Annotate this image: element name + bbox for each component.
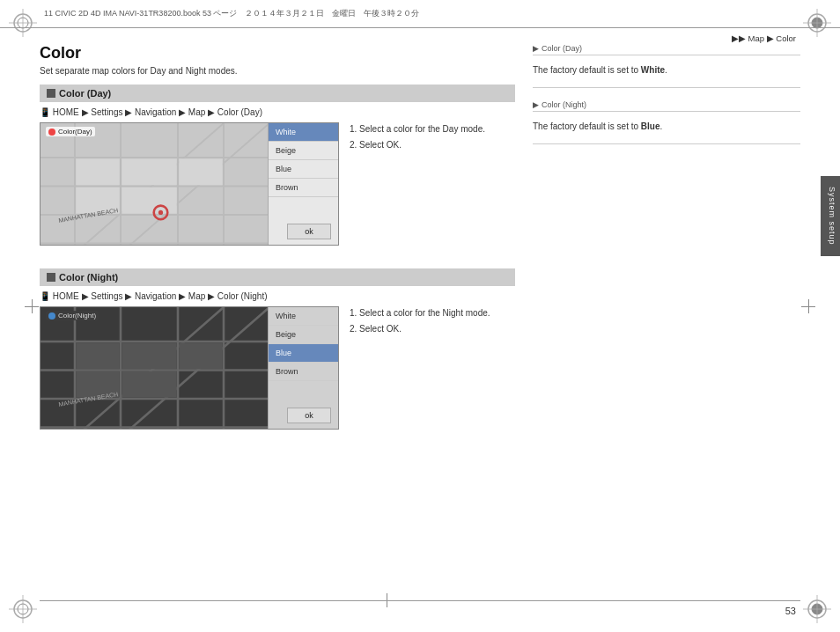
- svg-rect-49: [122, 371, 176, 398]
- right-day-label-text: Color (Day): [542, 44, 582, 53]
- day-section: Color (Day) 📱 HOME ▶ Settings ▶ Navigati…: [40, 85, 515, 258]
- svg-rect-46: [76, 342, 119, 369]
- cross-marker-left: [25, 299, 39, 313]
- header-bar: 11 CIVIC 2D 4D IMA NAVI-31TR38200.book 5…: [0, 0, 840, 28]
- breadcrumb-text: ▶▶ Map ▶ Color: [732, 33, 796, 43]
- day-step-1: 1. Select a color for the Day mode.: [350, 122, 485, 136]
- page-number: 53: [785, 606, 796, 616]
- svg-rect-27: [76, 158, 119, 185]
- svg-rect-48: [122, 342, 176, 369]
- screen-label-dot: [48, 129, 55, 136]
- night-color-menu: White Beige Blue Brown ok: [268, 307, 338, 429]
- day-color-menu: White Beige Blue Brown ok: [268, 123, 338, 245]
- night-section-block-icon: [47, 273, 55, 282]
- right-night-label-text: Color (Night): [542, 100, 586, 109]
- night-color-brown[interactable]: Brown: [269, 363, 338, 381]
- night-step-2: 2. Select OK.: [350, 322, 490, 336]
- day-step-2: 2. Select OK.: [350, 138, 485, 152]
- night-color-white[interactable]: White: [269, 307, 338, 326]
- day-color-brown[interactable]: Brown: [269, 179, 338, 197]
- day-nav-path: 📱 HOME ▶ Settings ▶ Navigation ▶ Map ▶ C…: [40, 107, 515, 117]
- night-section-title: Color (Night): [59, 272, 118, 283]
- right-night-label: ▶ Color (Night): [533, 100, 800, 112]
- night-screen-label-dot: [48, 312, 55, 320]
- night-screen-mockup: Color(Night) MANHATTAN BEACH White Beige…: [40, 306, 339, 430]
- day-color-beige[interactable]: Beige: [269, 142, 338, 160]
- phone-icon: 📱: [40, 107, 50, 117]
- section-block-icon: [47, 89, 55, 98]
- night-color-blue[interactable]: Blue: [269, 344, 338, 363]
- right-night-section: ▶ Color (Night) The factory default is s…: [533, 100, 800, 144]
- day-color-blue[interactable]: Blue: [269, 160, 338, 179]
- right-day-tri: ▶: [533, 44, 539, 53]
- right-day-text: The factory default is set to White.: [533, 60, 800, 80]
- cross-marker-right: [801, 299, 815, 313]
- system-setup-label: System setup: [828, 187, 836, 246]
- day-section-header: Color (Day): [40, 85, 515, 102]
- left-column: Color Set separate map colors for Day an…: [40, 44, 515, 597]
- night-instructions: 1. Select a color for the Night mode. 2.…: [350, 306, 490, 338]
- day-color-white[interactable]: White: [269, 123, 338, 142]
- right-day-label: ▶ Color (Day): [533, 44, 800, 55]
- night-nav-path: 📱 HOME ▶ Settings ▶ Navigation ▶ Map ▶ C…: [40, 291, 515, 301]
- bottom-divider: [40, 600, 800, 601]
- day-instructions: 1. Select a color for the Day mode. 2. S…: [350, 122, 485, 154]
- night-color-beige[interactable]: Beige: [269, 326, 338, 344]
- right-night-text: The factory default is set to Blue.: [533, 116, 800, 136]
- day-screen-mockup: Color(Day) MANHATTAN BEACH White Beige B…: [40, 122, 339, 246]
- main-content: Color Set separate map colors for Day an…: [40, 44, 800, 597]
- svg-rect-50: [179, 342, 222, 369]
- corner-bottom-right: [801, 593, 833, 625]
- night-section-header: Color (Night): [40, 268, 515, 286]
- system-setup-tab: System setup: [821, 176, 840, 256]
- page-title: Color: [40, 44, 515, 62]
- right-column: ▶ Color (Day) The factory default is set…: [524, 44, 800, 597]
- day-ok-button[interactable]: ok: [287, 224, 331, 239]
- file-info: 11 CIVIC 2D 4D IMA NAVI-31TR38200.book 5…: [44, 8, 419, 19]
- night-step-1: 1. Select a color for the Night mode.: [350, 306, 490, 320]
- svg-rect-29: [122, 158, 176, 185]
- right-night-tri: ▶: [533, 100, 539, 109]
- svg-rect-31: [179, 158, 222, 185]
- day-screen-label: Color(Day): [46, 127, 95, 136]
- page-subtitle: Set separate map colors for Day and Nigh…: [40, 66, 515, 76]
- night-section: Color (Night) 📱 HOME ▶ Settings ▶ Naviga…: [40, 268, 515, 442]
- corner-bottom-left: [7, 593, 39, 625]
- night-phone-icon: 📱: [40, 291, 50, 301]
- night-ok-button[interactable]: ok: [287, 408, 331, 423]
- right-day-section: ▶ Color (Day) The factory default is set…: [533, 44, 800, 88]
- svg-point-33: [158, 210, 163, 215]
- svg-rect-30: [122, 187, 176, 214]
- day-section-title: Color (Day): [59, 88, 111, 99]
- breadcrumb: ▶▶ Map ▶ Color: [732, 33, 796, 43]
- night-screen-label: Color(Night): [46, 311, 99, 320]
